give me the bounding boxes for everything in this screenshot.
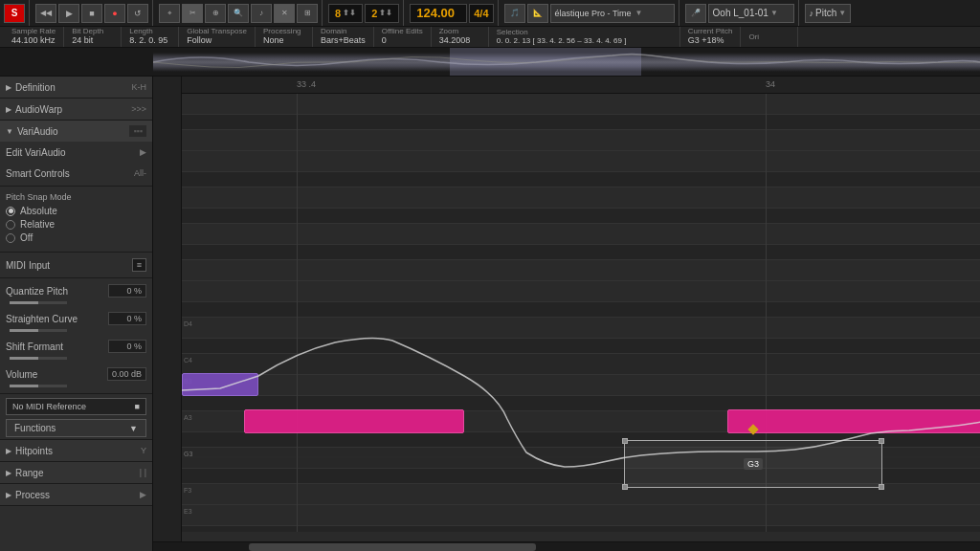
variaudio-header[interactable]: ▼ VariAudio ▪▪▪ bbox=[0, 121, 152, 142]
smart-controls-value: All- bbox=[134, 168, 146, 178]
beats-group: 8 ⬆⬇ 2 ⬆⬇ bbox=[328, 0, 404, 26]
process-label: Process bbox=[15, 490, 50, 500]
pitch-display[interactable]: ♪ Pitch ▼ bbox=[805, 4, 852, 23]
straighten-curve-label: Straighten Curve bbox=[6, 314, 78, 324]
scrollbar-thumb[interactable] bbox=[249, 543, 536, 551]
grid-row-ds3 bbox=[182, 526, 980, 532]
process-expand-icon: ▶ bbox=[6, 491, 11, 499]
algo-icon2: 📐 bbox=[527, 4, 548, 23]
no-midi-ref-btn[interactable]: No MIDI Reference ■ bbox=[6, 398, 146, 415]
volume-slider[interactable] bbox=[10, 385, 67, 387]
mode-btn5[interactable]: ♪ bbox=[251, 4, 272, 23]
stop-button[interactable]: ■ bbox=[81, 4, 102, 23]
handle-bl[interactable] bbox=[622, 484, 628, 490]
audiowarp-label: AudioWarp bbox=[15, 104, 62, 115]
range-expand-icon: ▶ bbox=[6, 469, 11, 477]
time-sig-display[interactable]: 4/4 bbox=[469, 4, 493, 23]
track-name: Ooh L_01-01 bbox=[713, 8, 768, 18]
shift-formant-value[interactable]: 0 % bbox=[108, 340, 146, 353]
definition-expand-icon: ▶ bbox=[6, 83, 11, 92]
beats2-arrows[interactable]: ⬆⬇ bbox=[379, 9, 392, 17]
audio-block-pink-left[interactable] bbox=[244, 409, 464, 433]
current-pitch-cell: Current Pitch G3 +18% bbox=[680, 27, 742, 47]
grid-row-e3: E3 bbox=[182, 505, 980, 526]
audiowarp-shortcut: >>> bbox=[131, 104, 146, 114]
range-icon: | | bbox=[140, 468, 146, 477]
grid-row-d5 bbox=[182, 94, 980, 115]
edit-variaudio-item[interactable]: Edit VariAudio ▶ bbox=[0, 142, 152, 163]
hitpoints-label: Hitpoints bbox=[15, 446, 53, 456]
mode-btn1[interactable]: ⌖ bbox=[159, 4, 180, 23]
track-name-display[interactable]: Ooh L_01-01 ▼ bbox=[708, 4, 794, 23]
grid-area[interactable]: 33 .4 34 bbox=[182, 77, 980, 541]
range-header[interactable]: ▶ Range | | bbox=[0, 462, 152, 483]
ruler-mark2: 34 bbox=[766, 79, 775, 89]
audio-block-pink-right[interactable] bbox=[727, 409, 980, 433]
no-midi-ref-icon: ■ bbox=[135, 402, 140, 411]
offline-edits-cell: Offline Edits 0 bbox=[374, 27, 432, 47]
process-header[interactable]: ▶ Process ▶ bbox=[0, 484, 152, 505]
relative-radio-dot[interactable] bbox=[6, 220, 15, 230]
rewind-button[interactable]: ◀◀ bbox=[35, 4, 56, 23]
definition-section: ▶ Definition K-H bbox=[0, 77, 152, 99]
straighten-curve-row: Straighten Curve 0 % bbox=[0, 308, 152, 329]
d4-label: D4 bbox=[184, 320, 192, 327]
zoom-cell: Zoom 34.2008 bbox=[432, 27, 489, 47]
relative-radio-item[interactable]: Relative bbox=[6, 219, 146, 230]
shift-formant-slider[interactable] bbox=[10, 357, 67, 360]
mode-btn4[interactable]: 🔍 bbox=[228, 4, 249, 23]
top-toolbar: S ◀◀ ▶ ■ ● ↺ ⌖ ✂ ⊕ 🔍 ♪ ✕ ⊞ 8 ⬆⬇ 2 ⬆⬇ 124… bbox=[0, 0, 980, 27]
cycle-button[interactable]: ↺ bbox=[127, 4, 148, 23]
hitpoints-header[interactable]: ▶ Hitpoints Y bbox=[0, 440, 152, 461]
audio-block-purple[interactable] bbox=[182, 373, 258, 396]
transport-group: ◀◀ ▶ ■ ● ↺ bbox=[35, 0, 153, 26]
processing-label: Processing bbox=[263, 28, 301, 35]
midi-input-btn[interactable]: ≡ bbox=[132, 258, 146, 272]
grid-content[interactable]: D4 C4 B3 A3 bbox=[182, 94, 980, 532]
handle-tl[interactable] bbox=[622, 438, 628, 444]
domain-value: Bars+Beats bbox=[321, 35, 366, 46]
h-scrollbar[interactable] bbox=[153, 541, 980, 551]
absolute-radio-dot[interactable] bbox=[6, 207, 15, 216]
grid-row-c5 bbox=[182, 130, 980, 151]
smart-controls-item[interactable]: Smart Controls All- bbox=[0, 163, 152, 184]
volume-value[interactable]: 0.00 dB bbox=[107, 367, 146, 381]
grid-row-cs4 bbox=[182, 339, 980, 354]
definition-label: Definition bbox=[15, 82, 56, 93]
mode-btn3[interactable]: ⊕ bbox=[205, 4, 226, 23]
straighten-curve-value[interactable]: 0 % bbox=[108, 312, 146, 325]
audiowarp-header[interactable]: ▶ AudioWarp >>> bbox=[0, 99, 152, 120]
play-button[interactable]: ▶ bbox=[58, 4, 79, 23]
sample-rate-value: 44.100 kHz bbox=[11, 35, 56, 46]
absolute-radio-item[interactable]: Absolute bbox=[6, 206, 146, 216]
mode-btn7[interactable]: ⊞ bbox=[297, 4, 318, 23]
beats-arrows[interactable]: ⬆⬇ bbox=[343, 9, 356, 17]
off-radio-dot[interactable] bbox=[6, 233, 15, 243]
algo-icon: 🎵 bbox=[504, 4, 525, 23]
handle-br[interactable] bbox=[879, 484, 884, 490]
handle-tr[interactable] bbox=[879, 438, 884, 444]
global-transpose-label: Global Transpose bbox=[187, 28, 247, 35]
info-bar: Sample Rate 44.100 kHz Bit Depth 24 bit … bbox=[0, 27, 980, 48]
editor-main: 33 .4 34 bbox=[153, 77, 980, 541]
tempo-display[interactable]: 124.00 bbox=[410, 4, 467, 23]
sample-rate-cell: Sample Rate 44.100 kHz bbox=[4, 27, 64, 47]
algo-group: 🎵 📐 élastique Pro - Time ▼ bbox=[504, 0, 679, 26]
quantize-pitch-value[interactable]: 0 % bbox=[108, 284, 146, 298]
record-button[interactable]: ● bbox=[104, 4, 125, 23]
mode-btn2[interactable]: ✂ bbox=[182, 4, 203, 23]
processing-value: None bbox=[263, 35, 284, 46]
quantize-pitch-slider[interactable] bbox=[10, 301, 67, 304]
bit-depth-cell: Bit Depth 24 bit bbox=[64, 27, 122, 47]
waveform-overview[interactable] bbox=[0, 48, 980, 77]
algo-select[interactable]: élastique Pro - Time ▼ bbox=[550, 4, 675, 23]
definition-header[interactable]: ▶ Definition K-H bbox=[0, 77, 152, 98]
off-radio-item[interactable]: Off bbox=[6, 232, 146, 243]
length-value: 8. 2. 0. 95 bbox=[129, 35, 167, 46]
functions-btn[interactable]: Functions ▼ bbox=[6, 419, 146, 437]
track-group: 🎤 Ooh L_01-01 ▼ bbox=[685, 0, 799, 26]
straighten-curve-slider[interactable] bbox=[10, 329, 67, 332]
process-section: ▶ Process ▶ bbox=[0, 484, 152, 506]
selection-box[interactable]: G3 bbox=[624, 440, 882, 488]
mode-btn6[interactable]: ✕ bbox=[274, 4, 295, 23]
